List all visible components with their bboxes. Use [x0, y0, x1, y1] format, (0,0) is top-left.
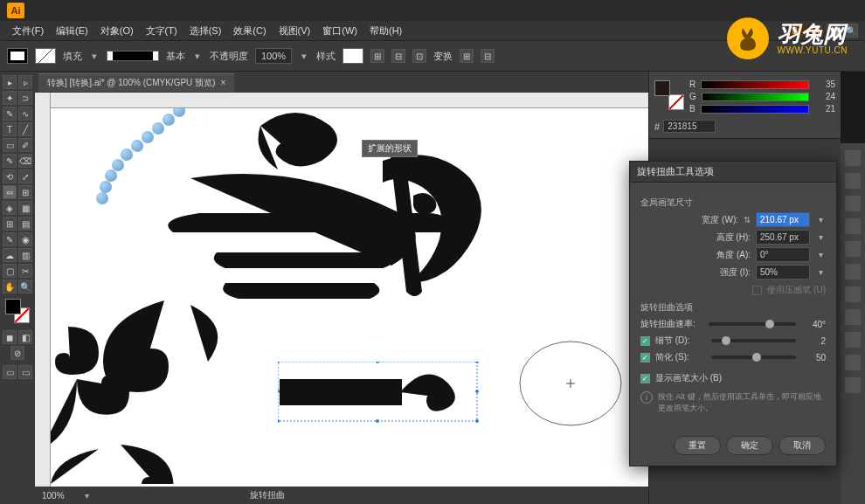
zoom-tool[interactable]: 🔍 — [18, 280, 32, 293]
opacity-dd[interactable]: ▾ — [299, 51, 309, 62]
panel-swatch[interactable] — [654, 80, 684, 110]
cancel-button[interactable]: 取消 — [778, 436, 826, 455]
menu-select[interactable]: 选择(S) — [184, 23, 227, 39]
strip-stroke-icon[interactable] — [845, 241, 861, 257]
grad-mode-icon[interactable]: ◧ — [18, 330, 32, 344]
shaper-tool[interactable]: ✎ — [3, 154, 17, 168]
selection-tool[interactable]: ▸ — [3, 75, 17, 89]
type-tool[interactable]: T — [3, 122, 17, 136]
fill-swatch[interactable] — [7, 48, 28, 64]
symbol-tool[interactable]: ☁ — [3, 248, 17, 262]
strip-symbols-icon[interactable] — [845, 218, 861, 234]
angle-input[interactable] — [756, 247, 810, 262]
align-icon-1[interactable]: ⊞ — [370, 49, 384, 63]
mesh-tool[interactable]: ⊞ — [3, 217, 17, 231]
style-swatch[interactable] — [343, 48, 363, 64]
graph-tool[interactable]: ▥ — [18, 248, 32, 262]
height-dd[interactable]: ▾ — [815, 232, 826, 242]
strip-asset-icon[interactable] — [845, 355, 861, 370]
doc-tab[interactable]: 转换] [转换].ai* @ 100% (CMYK/GPU 预览) × — [38, 73, 234, 92]
strip-gradient-icon[interactable] — [845, 264, 861, 280]
screen-mode-icon[interactable]: ▭ — [3, 365, 17, 379]
canvas[interactable]: 扩展的形状 — [51, 108, 648, 487]
screen-mode-2-icon[interactable]: ▭ — [18, 365, 32, 379]
rate-slider[interactable] — [709, 322, 796, 326]
g-slider[interactable] — [702, 93, 809, 101]
menu-type[interactable]: 文字(T) — [141, 23, 183, 39]
menu-effect[interactable]: 效果(C) — [228, 23, 271, 39]
dialog-titlebar[interactable]: 旋转扭曲工具选项 — [630, 162, 836, 183]
hand-tool[interactable]: ✋ — [3, 280, 17, 293]
close-icon[interactable]: × — [220, 78, 225, 87]
artboard-tool[interactable]: ▢ — [3, 264, 17, 278]
g-value[interactable]: 24 — [814, 92, 835, 101]
align-icon-2[interactable]: ⊟ — [391, 49, 405, 63]
fill-mode-icon[interactable]: ◼ — [3, 330, 17, 344]
magic-wand-tool[interactable]: ✦ — [3, 91, 17, 105]
scale-tool[interactable]: ⤢ — [18, 169, 32, 183]
b-value[interactable]: 21 — [814, 104, 835, 114]
zoom-field[interactable]: 100% — [42, 491, 65, 501]
intensity-input[interactable] — [756, 265, 810, 280]
transform-btn[interactable]: 变换 — [433, 50, 453, 63]
extra-icon-2[interactable]: ⊟ — [481, 49, 495, 63]
stroke-dd[interactable]: ▾ — [89, 51, 100, 62]
eraser-tool[interactable]: ⌫ — [18, 154, 32, 168]
simplify-checkbox[interactable]: ✓ — [640, 353, 650, 362]
detail-slider[interactable] — [711, 339, 796, 342]
r-slider[interactable] — [701, 80, 809, 89]
strip-color-icon[interactable] — [845, 150, 861, 166]
simplify-slider[interactable] — [711, 356, 796, 359]
menu-view[interactable]: 视图(V) — [273, 23, 316, 39]
lasso-tool[interactable]: ⊃ — [18, 91, 32, 105]
stroke-preview[interactable] — [107, 51, 159, 61]
line-tool[interactable]: ╱ — [18, 122, 32, 136]
curvature-tool[interactable]: ∿ — [18, 107, 32, 121]
link-icon[interactable]: ⇅ — [744, 215, 751, 224]
direct-select-tool[interactable]: ▹ — [18, 75, 32, 89]
detail-checkbox[interactable]: ✓ — [640, 336, 650, 346]
width-tool[interactable]: ⇔ — [3, 185, 17, 199]
opacity-field[interactable]: 100% — [255, 48, 292, 64]
blend-tool[interactable]: ◉ — [18, 232, 32, 246]
ok-button[interactable]: 确定 — [726, 436, 773, 455]
menu-file[interactable]: 文件(F) — [7, 23, 49, 39]
strip-brushes-icon[interactable] — [845, 196, 861, 211]
none-mode-icon[interactable]: ⊘ — [10, 346, 24, 360]
angle-dd[interactable]: ▾ — [815, 250, 826, 259]
extra-icon-1[interactable]: ⊞ — [460, 49, 474, 63]
rotate-tool[interactable]: ⟲ — [3, 169, 17, 183]
menu-edit[interactable]: 编辑(E) — [51, 23, 93, 39]
zoom-dd[interactable]: ▾ — [82, 491, 93, 501]
color-swatch[interactable] — [5, 299, 30, 323]
pen-tool[interactable]: ✎ — [3, 107, 17, 121]
b-slider[interactable] — [701, 105, 809, 114]
height-input[interactable] — [756, 230, 810, 245]
width-dd[interactable]: ▾ — [815, 215, 826, 224]
menu-window[interactable]: 窗口(W) — [317, 23, 363, 39]
align-icon-3[interactable]: ⊡ — [412, 49, 426, 63]
menu-help[interactable]: 帮助(H) — [364, 23, 407, 39]
free-transform-tool[interactable]: ⊞ — [18, 185, 32, 199]
strip-transparency-icon[interactable] — [845, 287, 861, 302]
eyedropper-tool[interactable]: ✎ — [3, 232, 17, 246]
strip-artboard-icon[interactable] — [845, 377, 861, 393]
reset-button[interactable]: 重置 — [674, 436, 721, 455]
rect-tool[interactable]: ▭ — [3, 138, 17, 152]
hex-input[interactable] — [663, 120, 716, 133]
basic-dd[interactable]: ▾ — [192, 51, 203, 62]
slice-tool[interactable]: ✂ — [18, 264, 32, 278]
width-input[interactable] — [756, 212, 810, 227]
show-brush-checkbox[interactable]: ✓ — [640, 374, 650, 383]
menu-object[interactable]: 对象(O) — [95, 23, 139, 39]
intensity-dd[interactable]: ▾ — [815, 267, 826, 277]
strip-layers-icon[interactable] — [845, 332, 861, 348]
brush-tool[interactable]: ✐ — [18, 138, 32, 152]
gradient-tool[interactable]: ▤ — [18, 217, 32, 231]
rate-value[interactable]: 40° — [801, 320, 826, 329]
shape-builder-tool[interactable]: ◈ — [3, 201, 17, 215]
stroke-swatch[interactable] — [35, 48, 56, 64]
detail-value[interactable]: 2 — [801, 336, 826, 346]
strip-appearance-icon[interactable] — [845, 309, 861, 325]
selected-shape[interactable] — [278, 362, 479, 423]
